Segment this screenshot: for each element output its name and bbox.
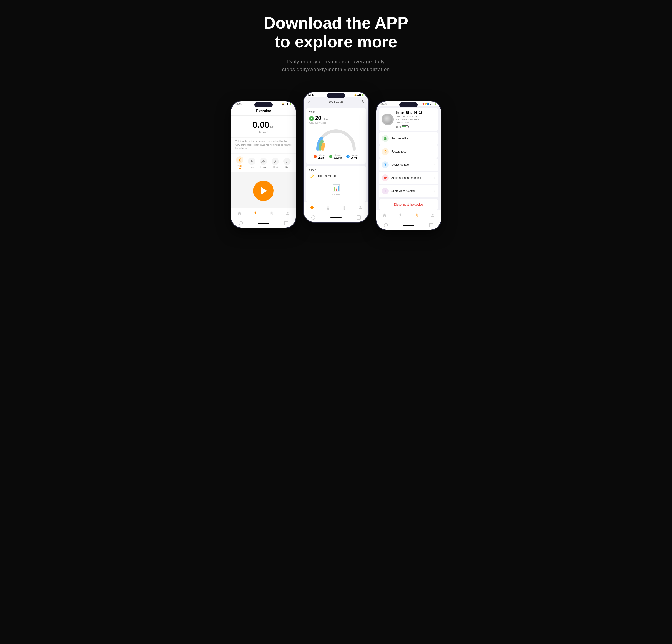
nav-home-right[interactable] — [382, 212, 387, 218]
duration-dot: ⏱ — [346, 155, 350, 158]
activity-tabs: Walk Run Cycling — [231, 154, 296, 171]
status-icons-left: 🔔 🔋 — [282, 103, 291, 105]
dynamic-island-center — [327, 93, 345, 98]
factory-reset-label: Factory reset — [391, 150, 432, 153]
video-control-icon-circle — [382, 187, 388, 194]
chevron-heart: › — [434, 176, 435, 180]
settings-list: Remote selfie › Factory reset › De — [379, 132, 439, 197]
km-unit: Km — [270, 125, 274, 129]
home-gesture-r[interactable] — [403, 225, 414, 226]
status-bar-left: 13:41 🔔 🔋 — [231, 101, 296, 106]
bottom-gesture-right — [376, 221, 441, 230]
nav-clip-left[interactable] — [269, 210, 275, 216]
settings-factory-reset[interactable]: Factory reset › — [379, 145, 439, 158]
time-center: 13:40 — [308, 94, 314, 96]
sleep-card: Sleep 🌙 0 Hour 0 Minute 📊 No data — [306, 166, 366, 202]
nav-activity-center[interactable] — [325, 205, 331, 210]
sync-data: Sync data: 10-25 10:14 — [396, 115, 435, 118]
status-bar-center: 13:40 🔔 🔋 — [304, 92, 368, 97]
device-update-label: Device update — [391, 163, 432, 166]
metric-calories: 🔥 Calories 0Kcal — [314, 154, 325, 159]
duration-label: Duration — [351, 154, 358, 156]
settings-remote-selfie[interactable]: Remote selfie › — [379, 132, 439, 145]
dots-right: 🔴🟡🔵 — [422, 103, 429, 105]
disconnect-button[interactable]: Disconnect the device — [379, 199, 439, 210]
duration-value: 00:01 — [351, 156, 358, 159]
phones-container: 13:41 🔔 🔋 Exercise — [211, 92, 461, 230]
bottom-nav-center — [304, 202, 368, 214]
bottom-nav-right — [376, 210, 441, 221]
battery-nub — [408, 126, 409, 127]
settings-device-update[interactable]: Device update › — [379, 158, 439, 171]
phone-left: 13:41 🔔 🔋 Exercise — [231, 101, 296, 228]
calories-value: 0Kcal — [318, 156, 325, 159]
metric-distance: 📍 Distance 0.01Km — [329, 154, 343, 159]
nav-user-center[interactable] — [357, 205, 363, 210]
cycling-label: Cycling — [260, 166, 267, 168]
factory-reset-icon-circle — [382, 148, 388, 155]
sleep-label: Sleep — [309, 169, 363, 172]
activity-run[interactable]: Run — [248, 158, 255, 168]
version: Version: V118 — [396, 121, 435, 124]
play-icon — [261, 187, 267, 194]
distance-value: 0.01Km — [334, 156, 343, 159]
device-name: Smart_Ring_01_18 — [396, 111, 435, 114]
bottom-gesture-center — [304, 214, 368, 222]
settings-video-control[interactable]: Short Video Control › — [379, 185, 439, 197]
mac-address: MAC: 02:08:35:FB:2B:F8 — [396, 118, 435, 121]
status-bar-right: 13:41 🔴🟡🔵 🔋 — [376, 101, 441, 106]
equalizer-icon — [287, 109, 291, 113]
walk-card: Walk 20 Steps Goal 4000 Steps — [306, 108, 366, 164]
times-label: Times 0 — [235, 131, 291, 134]
chevron-selfie: › — [434, 137, 435, 140]
activity-walk[interactable]: Walk — [236, 156, 243, 170]
share-icon[interactable]: ↗ — [308, 99, 310, 104]
nav-clip-center[interactable] — [341, 205, 347, 210]
screen-center: ↗ 2024-10-25 ↻ Walk 20 Steps Goal 4000 S… — [304, 97, 368, 202]
settings-heart-rate[interactable]: Automatic heart rate test › — [379, 171, 439, 184]
signal-bars-c — [357, 94, 361, 96]
nav-user-left[interactable] — [285, 210, 291, 216]
exercise-note: This function is the movement data obtai… — [231, 137, 296, 153]
dynamic-island-right — [399, 102, 418, 107]
walk-header: ↗ 2024-10-25 ↻ — [304, 97, 368, 106]
notification-dot: 🔔 — [282, 103, 284, 105]
nav-home-center[interactable] — [309, 205, 315, 210]
home-gesture[interactable] — [258, 223, 269, 224]
device-update-icon-circle — [382, 161, 388, 168]
walk-label: Walk — [237, 165, 242, 167]
walk-label-c: Walk — [309, 110, 363, 113]
sleep-value: 0 Hour 0 Minute — [315, 174, 337, 178]
run-label: Run — [250, 166, 254, 168]
video-control-label: Short Video Control — [391, 190, 432, 193]
climb-label: Climb — [272, 166, 278, 168]
back-gesture-r — [384, 223, 388, 227]
battery-row: 68% — [396, 125, 435, 128]
sleep-row: 🌙 0 Hour 0 Minute — [309, 173, 363, 178]
activity-golf[interactable]: Golf — [284, 158, 291, 168]
device-info: Smart_Ring_01_18 Sync data: 10-25 10:14 … — [396, 111, 435, 128]
nav-clip-right[interactable] — [414, 212, 420, 218]
distance-label: Distance — [334, 154, 343, 156]
device-card: Smart_Ring_01_18 Sync data: 10-25 10:14 … — [379, 108, 439, 131]
nav-home-left[interactable] — [237, 210, 242, 216]
activity-cycling[interactable]: Cycling — [260, 158, 267, 168]
refresh-icon[interactable]: ↻ — [362, 99, 364, 104]
battery-bar — [402, 125, 408, 128]
nav-activity-left[interactable] — [253, 210, 259, 216]
status-icons-center: 🔔 🔋 — [355, 94, 364, 96]
play-button-area — [231, 171, 296, 208]
battery-fill — [403, 126, 406, 127]
remote-selfie-icon-circle — [382, 135, 388, 142]
recent-gesture-r — [429, 223, 433, 227]
nav-activity-right[interactable] — [398, 212, 404, 218]
start-button[interactable] — [253, 181, 274, 201]
remote-selfie-label: Remote selfie — [391, 137, 432, 140]
activity-climb[interactable]: Climb — [272, 158, 279, 168]
nav-user-right[interactable] — [430, 212, 436, 218]
home-gesture-c[interactable] — [330, 217, 342, 218]
recent-gesture — [284, 221, 288, 225]
walk-steps-row: 20 Steps — [309, 115, 363, 121]
heart-rate-label: Automatic heart rate test — [391, 176, 432, 180]
exercise-stats: 0.00 Km Times 0 — [231, 116, 296, 137]
